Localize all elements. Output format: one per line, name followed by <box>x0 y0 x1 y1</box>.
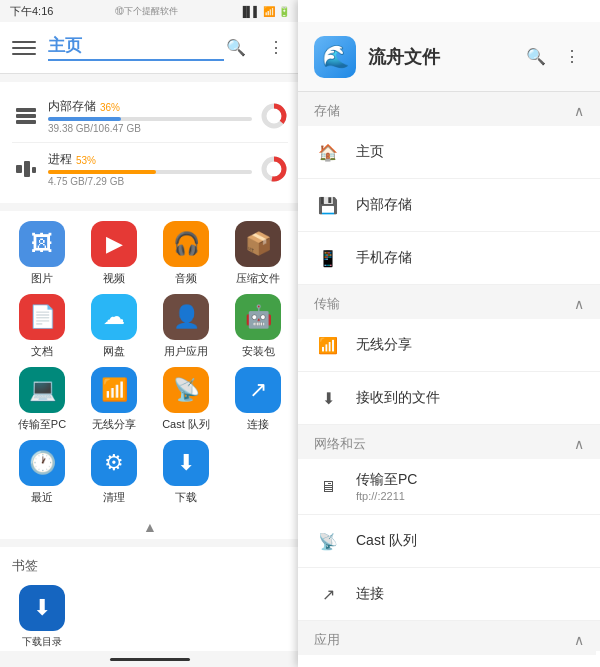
drawer-section-title-network: 网络和云 <box>314 435 366 453</box>
svg-rect-7 <box>32 167 36 173</box>
internal-content: 内部存储 <box>356 196 584 214</box>
cast-queue-content: Cast 队列 <box>356 532 584 550</box>
drawer-section-network[interactable]: 网络和云∧ <box>298 425 600 459</box>
docs-icon: 📄 <box>19 294 65 340</box>
cast-queue-drawer-icon: 📡 <box>314 527 342 555</box>
drawer-item-user-apps[interactable]: 👤用户应用42 apps <box>298 655 600 667</box>
apk-icon: 🤖 <box>235 294 281 340</box>
transfer-pc-label: 传输至PC <box>356 471 584 489</box>
drawer-section-title-apps: 应用 <box>314 631 340 649</box>
app-item-share[interactable]: 📶无线分享 <box>82 367 146 432</box>
drawer-section-storage[interactable]: 存储∧ <box>298 92 600 126</box>
svg-rect-1 <box>16 114 36 118</box>
audio-icon: 🎧 <box>163 221 209 267</box>
svg-rect-6 <box>24 161 30 177</box>
download-label: 下载 <box>175 490 197 505</box>
connect-label: 连接 <box>356 585 584 603</box>
drawer-item-transfer-pc[interactable]: 🖥传输至PCftp://:2211 <box>298 459 600 515</box>
app-item-download[interactable]: ⬇下载 <box>154 440 218 505</box>
wifi-share-label: 无线分享 <box>356 336 584 354</box>
drawer-collapse-icon-apps: ∧ <box>574 632 584 648</box>
app-grid: 🖼图片▶视频🎧音频📦压缩文件📄文档☁网盘👤用户应用🤖安装包💻传输至PC📶无线分享… <box>0 211 300 515</box>
svg-rect-2 <box>16 120 36 124</box>
drawer-section-title-storage: 存储 <box>314 102 340 120</box>
internal-drawer-icon: 💾 <box>314 191 342 219</box>
app-item-user-apps[interactable]: 👤用户应用 <box>154 294 218 359</box>
more-arrow[interactable]: ▲ <box>0 515 300 539</box>
drawer-item-received[interactable]: ⬇接收到的文件 <box>298 372 600 425</box>
app-item-clean[interactable]: ⚙清理 <box>82 440 146 505</box>
hamburger-button[interactable] <box>12 36 36 60</box>
left-panel: 主页 🔍 ⋮ 内部存储 36% <box>0 0 300 667</box>
right-more-button[interactable]: ⋮ <box>560 45 584 69</box>
internal-storage-bar <box>48 117 121 121</box>
home-content: 主页 <box>356 143 584 161</box>
header-icons: 🔍 ⋮ <box>224 36 288 60</box>
right-search-button[interactable]: 🔍 <box>524 45 548 69</box>
bottom-bar-left <box>0 651 300 667</box>
connect-drawer-icon: ↗ <box>314 580 342 608</box>
app-item-apk[interactable]: 🤖安装包 <box>226 294 290 359</box>
audio-label: 音频 <box>175 271 197 286</box>
mobile-drawer-icon: 📱 <box>314 244 342 272</box>
app-item-docs[interactable]: 📄文档 <box>10 294 74 359</box>
app-item-archive[interactable]: 📦压缩文件 <box>226 221 290 286</box>
internal-storage-pct: 36% <box>100 102 120 113</box>
app-item-cloud[interactable]: ☁网盘 <box>82 294 146 359</box>
recent-label: 最近 <box>31 490 53 505</box>
app-name: 流舟文件 <box>368 45 440 69</box>
transfer-pc-drawer-icon: 🖥 <box>314 473 342 501</box>
internal-storage-info: 内部存储 36% 39.38 GB/106.47 GB <box>48 98 252 134</box>
transfer-pc-content: 传输至PCftp://:2211 <box>356 471 584 502</box>
connect-label: 连接 <box>247 417 269 432</box>
clean-label: 清理 <box>103 490 125 505</box>
app-item-video[interactable]: ▶视频 <box>82 221 146 286</box>
left-signal-icons: ▐▌▌ 📶 🔋 <box>239 6 290 17</box>
drawer-section-apps[interactable]: 应用∧ <box>298 621 600 655</box>
internal-pie-chart <box>260 102 288 130</box>
left-status-bar: 下午4:16 ⑩下个提醒软件 ▐▌▌ 📶 🔋 <box>0 0 300 22</box>
bookmark-download-dir[interactable]: ⬇ 下载目录 <box>12 585 72 649</box>
left-notification: ⑩下个提醒软件 <box>115 5 178 18</box>
archive-icon: 📦 <box>235 221 281 267</box>
drawer-item-mobile[interactable]: 📱手机存储 <box>298 232 600 285</box>
drawer-item-internal[interactable]: 💾内部存储 <box>298 179 600 232</box>
cast-queue-icon: 📡 <box>163 367 209 413</box>
search-button[interactable]: 🔍 <box>224 36 248 60</box>
process-info: 进程 53% 4.75 GB/7.29 GB <box>48 151 252 187</box>
drawer-item-home[interactable]: 🏠主页 <box>298 126 600 179</box>
app-item-transfer-pc[interactable]: 💻传输至PC <box>10 367 74 432</box>
app-item-audio[interactable]: 🎧音频 <box>154 221 218 286</box>
more-button[interactable]: ⋮ <box>264 36 288 60</box>
received-label: 接收到的文件 <box>356 389 584 407</box>
internal-storage-item[interactable]: 内部存储 36% 39.38 GB/106.47 GB <box>12 92 288 140</box>
cast-queue-label: Cast 队列 <box>356 532 584 550</box>
drawer-item-connect[interactable]: ↗连接 <box>298 568 600 621</box>
drawer-section-title-transfer: 传输 <box>314 295 340 313</box>
cast-queue-label: Cast 队列 <box>162 417 210 432</box>
share-label: 无线分享 <box>92 417 136 432</box>
app-item-images[interactable]: 🖼图片 <box>10 221 74 286</box>
left-time: 下午4:16 <box>10 4 53 19</box>
process-item[interactable]: 进程 53% 4.75 GB/7.29 GB <box>12 145 288 193</box>
transfer-pc-icon: 💻 <box>19 367 65 413</box>
wifi-share-drawer-icon: 📶 <box>314 331 342 359</box>
share-icon: 📶 <box>91 367 137 413</box>
download-dir-icon: ⬇ <box>19 585 65 631</box>
app-item-cast-queue[interactable]: 📡Cast 队列 <box>154 367 218 432</box>
drawer-section-transfer[interactable]: 传输∧ <box>298 285 600 319</box>
mobile-content: 手机存储 <box>356 249 584 267</box>
app-item-recent[interactable]: 🕐最近 <box>10 440 74 505</box>
process-label: 进程 <box>48 151 72 168</box>
storage-list-icon <box>12 106 40 126</box>
wifi-share-content: 无线分享 <box>356 336 584 354</box>
drawer-item-cast-queue[interactable]: 📡Cast 队列 <box>298 515 600 568</box>
cloud-icon: ☁ <box>91 294 137 340</box>
process-pie-chart <box>260 155 288 183</box>
internal-label: 内部存储 <box>356 196 584 214</box>
svg-rect-5 <box>16 165 22 173</box>
bookmarks-section: 书签 ⬇ 下载目录 <box>0 547 300 667</box>
drawer-item-wifi-share[interactable]: 📶无线分享 <box>298 319 600 372</box>
mobile-label: 手机存储 <box>356 249 584 267</box>
app-item-connect[interactable]: ↗连接 <box>226 367 290 432</box>
